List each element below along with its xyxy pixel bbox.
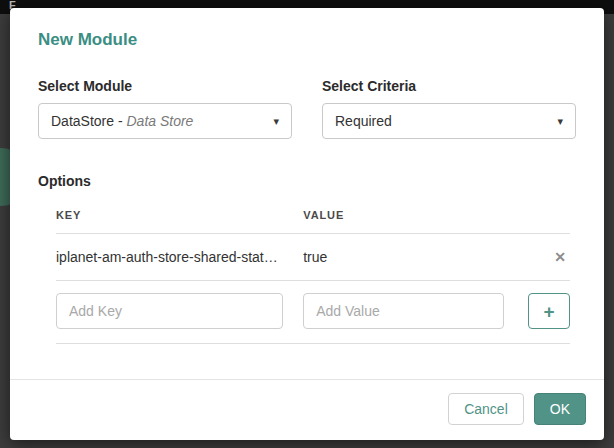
add-key-input[interactable]: [56, 293, 283, 329]
add-option-row: +: [56, 281, 570, 344]
add-value-input[interactable]: [303, 293, 504, 329]
options-table-header: KEY VALUE: [56, 199, 570, 234]
select-fields-row: Select Module DataStore - Data Store ▾ S…: [38, 78, 576, 139]
dialog-title: New Module: [38, 30, 576, 50]
option-value: true: [303, 249, 524, 265]
select-module-dropdown[interactable]: DataStore - Data Store ▾: [38, 103, 292, 139]
cancel-button[interactable]: Cancel: [448, 393, 524, 425]
add-key-cell: [56, 293, 303, 329]
remove-row-icon[interactable]: ✕: [550, 249, 570, 265]
option-key: iplanet-am-auth-store-shared-state-…: [56, 249, 303, 265]
new-module-dialog: New Module Select Module DataStore - Dat…: [10, 8, 604, 440]
chevron-down-icon: ▾: [557, 116, 563, 127]
options-table: KEY VALUE iplanet-am-auth-store-shared-s…: [38, 199, 576, 344]
options-heading: Options: [38, 173, 576, 189]
select-module-field: Select Module DataStore - Data Store ▾: [38, 78, 292, 139]
add-value-cell: [303, 293, 524, 329]
select-criteria-label: Select Criteria: [322, 78, 576, 94]
select-criteria-field: Select Criteria Required ▾: [322, 78, 576, 139]
select-criteria-dropdown[interactable]: Required ▾: [322, 103, 576, 139]
value-column-header: VALUE: [303, 209, 524, 221]
select-module-label: Select Module: [38, 78, 292, 94]
dialog-footer: Cancel OK: [10, 379, 604, 440]
ok-button[interactable]: OK: [534, 393, 586, 425]
select-module-value: DataStore - Data Store: [51, 113, 193, 129]
chevron-down-icon: ▾: [273, 116, 279, 127]
table-row: iplanet-am-auth-store-shared-state-… tru…: [56, 234, 570, 281]
add-option-button[interactable]: +: [528, 293, 570, 329]
key-column-header: KEY: [56, 209, 303, 221]
select-criteria-value: Required: [335, 113, 392, 129]
